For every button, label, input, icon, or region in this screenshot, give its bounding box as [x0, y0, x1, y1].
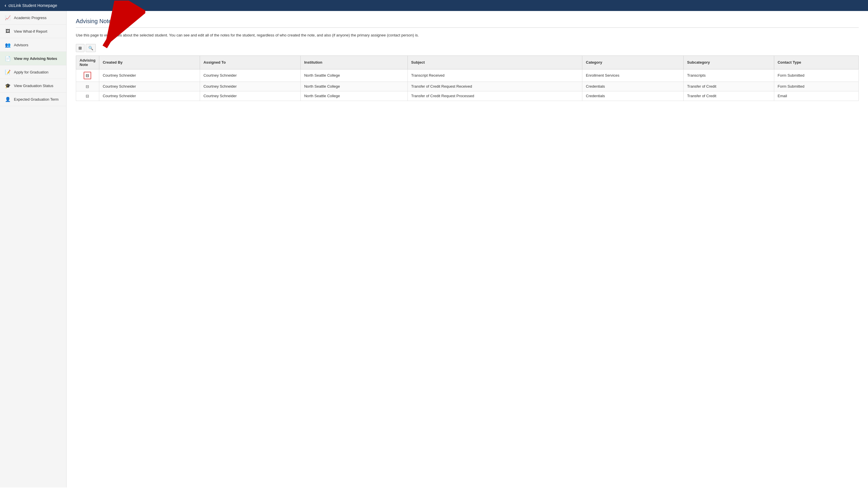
- cell-subject-1: Transfer of Credit Request Received: [407, 82, 582, 91]
- sidebar-icon-view-whatif-report: 🖼: [5, 28, 11, 34]
- cell-institution-0: North Seattle College: [301, 69, 407, 82]
- cell-subcategory-2: Transfer of Credit: [684, 91, 774, 101]
- cell-assignedto-1: Courtney Schneider: [200, 82, 301, 91]
- table-row: ⊟Courtney SchneiderCourtney SchneiderNor…: [76, 69, 859, 82]
- page-description: Use this page to view notes about the se…: [76, 32, 859, 38]
- col-header-subcategory: Subcategory: [684, 56, 774, 69]
- sidebar-label-academic-progress: Academic Progress: [14, 15, 46, 20]
- cell-contacttype-1: Form Submitted: [774, 82, 859, 91]
- sidebar-item-expected-graduation-term[interactable]: 👤Expected Graduation Term: [0, 93, 66, 106]
- note-icon-plain-2[interactable]: ⊟: [86, 94, 89, 98]
- note-icon-cell-0: ⊟: [76, 69, 99, 82]
- col-header-created-by: Created By: [99, 56, 200, 69]
- cell-createdby-2: Courtney Schneider: [99, 91, 200, 101]
- cell-createdby-0: Courtney Schneider: [99, 69, 200, 82]
- content-wrapper: Advising Notes Use this page to view not…: [76, 18, 859, 101]
- sidebar-item-view-advising-notes[interactable]: 📄View my Advising Notes: [0, 52, 66, 65]
- top-nav-title: ctcLink Student Homepage: [8, 3, 57, 8]
- page-title: Advising Notes: [76, 18, 859, 28]
- cell-contacttype-0: Form Submitted: [774, 69, 859, 82]
- sidebar-icon-expected-graduation-term: 👤: [5, 96, 11, 102]
- sidebar-item-view-whatif-report[interactable]: 🖼View What-if Report: [0, 25, 66, 38]
- top-navigation: ‹ ctcLink Student Homepage: [0, 0, 868, 11]
- table-row: ⊟Courtney SchneiderCourtney SchneiderNor…: [76, 91, 859, 101]
- cell-subject-0: Transcript Received: [407, 69, 582, 82]
- sidebar-icon-academic-progress: 📈: [5, 14, 11, 21]
- col-header-advising-note: AdvisingNote: [76, 56, 99, 69]
- col-header-institution: Institution: [301, 56, 407, 69]
- table-row: ⊟Courtney SchneiderCourtney SchneiderNor…: [76, 82, 859, 91]
- cell-institution-2: North Seattle College: [301, 91, 407, 101]
- cell-subject-2: Transfer of Credit Request Processed: [407, 91, 582, 101]
- cell-subcategory-1: Transfer of Credit: [684, 82, 774, 91]
- cell-category-1: Credentials: [582, 82, 684, 91]
- note-detail-button-0[interactable]: ⊟: [84, 72, 91, 79]
- table-toolbar: ⊞ 🔍: [76, 44, 859, 52]
- cell-assignedto-2: Courtney Schneider: [200, 91, 301, 101]
- sidebar-label-view-whatif-report: View What-if Report: [14, 29, 47, 34]
- sidebar-icon-view-advising-notes: 📄: [5, 55, 11, 62]
- sidebar-label-expected-graduation-term: Expected Graduation Term: [14, 97, 59, 101]
- note-icon-plain-1[interactable]: ⊟: [86, 84, 89, 89]
- sidebar-item-advisors[interactable]: 👥Advisors: [0, 38, 66, 52]
- cell-assignedto-0: Courtney Schneider: [200, 69, 301, 82]
- sidebar-label-advisors: Advisors: [14, 43, 28, 47]
- sidebar: 📈Academic Progress🖼View What-if Report👥A…: [0, 11, 67, 487]
- col-header-contact-type: Contact Type: [774, 56, 859, 69]
- grid-view-button[interactable]: ⊞: [76, 44, 85, 52]
- sidebar-label-view-graduation-status: View Graduation Status: [14, 84, 53, 88]
- main-layout: 📈Academic Progress🖼View What-if Report👥A…: [0, 11, 868, 487]
- sidebar-icon-advisors: 👥: [5, 42, 11, 48]
- note-icon-cell-2: ⊟: [76, 91, 99, 101]
- sidebar-icon-view-graduation-status: 🎓: [5, 83, 11, 89]
- cell-createdby-1: Courtney Schneider: [99, 82, 200, 91]
- advising-notes-table: AdvisingNote Created By Assigned To Inst…: [76, 56, 859, 101]
- col-header-assigned-to: Assigned To: [200, 56, 301, 69]
- cell-contacttype-2: Email: [774, 91, 859, 101]
- cell-category-2: Credentials: [582, 91, 684, 101]
- sidebar-item-view-graduation-status[interactable]: 🎓View Graduation Status: [0, 79, 66, 93]
- sidebar-item-academic-progress[interactable]: 📈Academic Progress: [0, 11, 66, 25]
- sidebar-item-apply-for-graduation[interactable]: 📝Apply for Graduation: [0, 65, 66, 79]
- cell-subcategory-0: Transcripts: [684, 69, 774, 82]
- search-button[interactable]: 🔍: [86, 44, 96, 52]
- back-arrow-icon[interactable]: ‹: [5, 3, 6, 8]
- col-header-category: Category: [582, 56, 684, 69]
- col-header-subject: Subject: [407, 56, 582, 69]
- sidebar-label-view-advising-notes: View my Advising Notes: [14, 56, 57, 61]
- cell-institution-1: North Seattle College: [301, 82, 407, 91]
- content-area: Advising Notes Use this page to view not…: [67, 11, 868, 487]
- sidebar-icon-apply-for-graduation: 📝: [5, 69, 11, 75]
- sidebar-label-apply-for-graduation: Apply for Graduation: [14, 70, 48, 74]
- note-icon-cell-1: ⊟: [76, 82, 99, 91]
- cell-category-0: Enrollment Services: [582, 69, 684, 82]
